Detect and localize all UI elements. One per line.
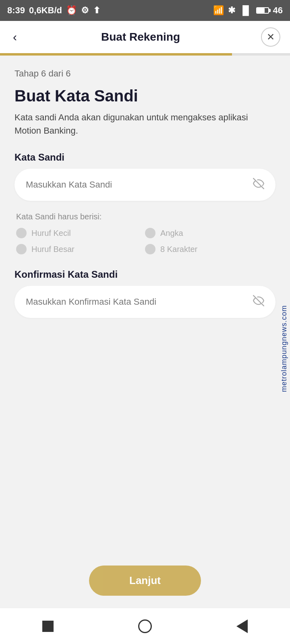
password-input[interactable] xyxy=(26,180,253,190)
validation-grid: Huruf Kecil Angka Huruf Besar 8 Karakter xyxy=(16,228,274,254)
battery-icon xyxy=(256,7,269,14)
validation-title: Kata Sandi harus berisi: xyxy=(16,212,274,221)
page-title: Buat Kata Sandi xyxy=(14,87,276,105)
close-button[interactable]: ✕ xyxy=(261,27,280,47)
wifi-icon: 📶 xyxy=(213,5,224,16)
step-label: Tahap 6 dari 6 xyxy=(14,68,276,79)
data-speed: 0,6KB/d xyxy=(29,5,62,16)
confirm-toggle-icon[interactable] xyxy=(253,295,264,309)
validation-label-huruf-kecil: Huruf Kecil xyxy=(31,229,71,238)
bluetooth-icon: ✱ xyxy=(228,5,235,16)
battery-label: 46 xyxy=(273,5,283,16)
confirm-input[interactable] xyxy=(26,297,253,307)
signal-icon: ▐▌ xyxy=(239,5,252,16)
nav-square-icon[interactable] xyxy=(42,621,54,632)
alarm-icon: ⏰ xyxy=(66,5,77,16)
check-circle-karakter xyxy=(145,244,155,254)
check-circle-huruf-besar xyxy=(16,244,27,254)
password-label: Kata Sandi xyxy=(14,152,276,163)
status-bar: 8:39 0,6KB/d ⏰ ⚙ ⬆ 📶 ✱ ▐▌ 46 xyxy=(0,0,290,21)
validation-label-karakter: 8 Karakter xyxy=(160,245,197,254)
check-circle-huruf-kecil xyxy=(16,228,27,238)
close-icon: ✕ xyxy=(267,31,275,43)
time: 8:39 xyxy=(7,5,25,16)
footer-button-wrap: Lanjut xyxy=(0,566,290,596)
header-title: Buat Rekening xyxy=(101,31,180,43)
nav-bar xyxy=(0,608,290,644)
password-toggle-icon[interactable] xyxy=(253,178,264,192)
check-circle-angka xyxy=(145,228,155,238)
password-input-wrap xyxy=(14,169,276,201)
validation-section: Kata Sandi harus berisi: Huruf Kecil Ang… xyxy=(14,212,276,254)
confirm-input-wrap xyxy=(14,286,276,318)
lanjut-button[interactable]: Lanjut xyxy=(89,566,201,596)
validation-item-huruf-kecil: Huruf Kecil xyxy=(16,228,145,238)
upload-icon: ⬆ xyxy=(93,5,100,16)
status-left: 8:39 0,6KB/d ⏰ ⚙ ⬆ xyxy=(7,5,100,16)
settings-icon: ⚙ xyxy=(81,5,89,16)
nav-back-icon[interactable] xyxy=(236,619,248,633)
validation-item-angka: Angka xyxy=(145,228,274,238)
validation-label-angka: Angka xyxy=(160,229,183,238)
validation-item-huruf-besar: Huruf Besar xyxy=(16,244,145,254)
nav-home-icon[interactable] xyxy=(138,619,152,633)
main-content: Tahap 6 dari 6 Buat Kata Sandi Kata sand… xyxy=(0,56,290,318)
confirm-label: Konfirmasi Kata Sandi xyxy=(14,269,276,280)
page-description: Kata sandi Anda akan digunakan untuk men… xyxy=(14,111,276,137)
validation-item-karakter: 8 Karakter xyxy=(145,244,274,254)
validation-label-huruf-besar: Huruf Besar xyxy=(31,245,75,254)
back-button[interactable]: ‹ xyxy=(10,27,20,47)
status-right: 📶 ✱ ▐▌ 46 xyxy=(213,5,283,16)
watermark: metrolampungnews.com xyxy=(278,302,290,395)
header: ‹ Buat Rekening ✕ xyxy=(0,21,290,53)
